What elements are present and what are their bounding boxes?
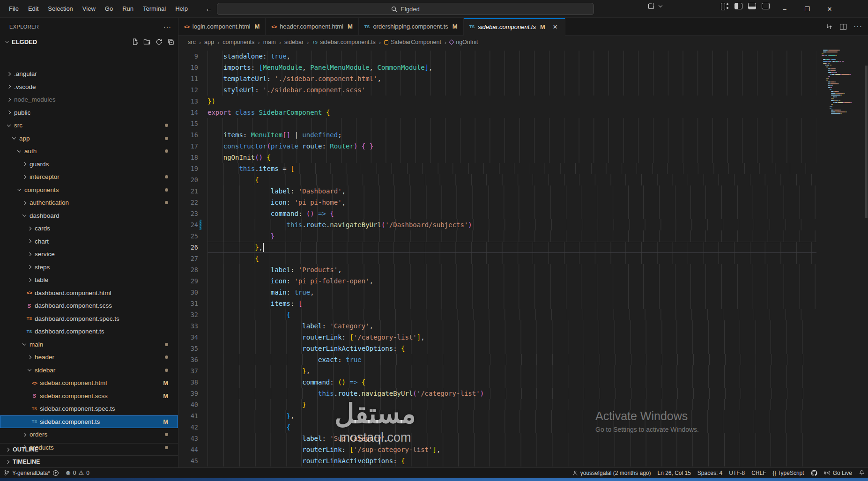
breadcrumb-item[interactable]: ngOnInit [450,39,478,45]
timeline-section[interactable]: TIMELINE [0,455,178,467]
code-line-23[interactable]: 23 command: () => { [208,208,816,219]
code-line-17[interactable]: 17 constructor(private route: Router) { … [208,141,816,152]
code-line-24[interactable]: 24 this.route.navigateByUrl('/Dashboard/… [208,219,816,230]
menu-edit[interactable]: Edit [24,3,43,14]
breadcrumb-item[interactable]: main [263,39,276,45]
menu-file[interactable]: File [5,3,23,14]
code-line-9[interactable]: 9 standalone: true, [208,51,816,62]
code-line-22[interactable]: 22 icon: 'pi pi-home', [208,197,816,208]
tree-item-src[interactable]: src [0,119,178,132]
tree-item-steps[interactable]: steps [0,261,178,274]
tree-item-components[interactable]: components [0,184,178,197]
code-line-33[interactable]: 33 label: 'Category', [208,320,816,332]
tree-item-table[interactable]: table [0,274,178,287]
menu-selection[interactable]: Selection [44,3,77,14]
maximize-button[interactable]: ❐ [796,0,818,18]
breadcrumb-item[interactable]: src [188,39,196,45]
code-line-10[interactable]: 10 imports: [MenuModule, PanelMenuModule… [208,62,816,73]
github-item[interactable] [808,468,821,478]
command-center-search[interactable]: Elgded [217,3,594,15]
tree-item-service[interactable]: service [0,248,178,261]
code-line-26[interactable]: 26 }, [208,242,816,253]
toggle-sidebar-icon[interactable] [734,3,742,9]
tree-item-main[interactable]: main [0,338,178,351]
tree-item-dashboard.component.ts[interactable]: TSdashboard.component.ts [0,325,178,338]
tree-item-public[interactable]: public [0,106,178,119]
language-item[interactable]: { } TypeScript [770,468,808,478]
code-line-35[interactable]: 35 routerLinkActiveOptions: { [208,343,816,354]
code-line-34[interactable]: 34 routerLink: ['/category-list'], [208,332,816,343]
go-live-item[interactable]: Go Live [821,468,855,478]
tree-item-sidebar.component.scss[interactable]: Ssidebar.component.scssM [0,390,178,403]
tree-item-dashboard.component.scss[interactable]: Sdashboard.component.scss [0,299,178,312]
code-line-39[interactable]: 39 this.route.navigateByUrl('/category-l… [208,388,816,399]
code-line-11[interactable]: 11 templateUrl: './sidebar.component.htm… [208,73,816,84]
outline-section[interactable]: OUTLINE [0,443,178,455]
copilot-icon[interactable] [647,2,655,10]
open-changes-icon[interactable] [825,23,833,30]
code-line-16[interactable]: 16 items: MenuItem[] | undefined; [208,129,816,141]
problems-item[interactable]: ⊗ 0 ⚠ 0 [62,468,93,478]
code-line-13[interactable]: 13}) [208,96,816,107]
tree-item-node_modules[interactable]: node_modules [0,93,178,106]
tab-header.component.html[interactable]: <>header.component.htmlM [266,18,359,35]
tree-item-interceptor[interactable]: interceptor [0,170,178,184]
notifications-item[interactable] [855,468,868,478]
tree-item-authentication[interactable]: authentication [0,196,178,209]
code-line-44[interactable]: 44 routerLink: ['/sup-category-list'], [208,444,816,455]
code-line-25[interactable]: 25 } [208,230,816,242]
menu-go[interactable]: Go [101,3,117,14]
blame-item[interactable]: youssefgalal (2 months ago) [569,468,654,478]
code-line-14[interactable]: 14export class SidebarComponent { [208,107,816,118]
indentation-item[interactable]: Spaces: 4 [694,468,726,478]
code-line-42[interactable]: 42 { [208,422,816,433]
breadcrumb-item[interactable]: SidebarComponent [384,39,441,45]
menu-run[interactable]: Run [118,3,138,14]
chevron-down-icon[interactable] [659,3,662,7]
nav-back-icon[interactable]: ← [205,5,213,13]
code-line-12[interactable]: 12 styleUrl: './sidebar.component.scss' [208,84,816,96]
close-tab-icon[interactable]: ✕ [551,23,559,30]
tree-item-app[interactable]: app [0,132,178,145]
tree-item-sidebar.component.spec.ts[interactable]: TSsidebar.component.spec.ts [0,402,178,415]
customize-layout-icon[interactable] [721,3,729,9]
tree-item-.angular[interactable]: .angular [0,67,178,81]
git-branch-item[interactable]: Y-generalData* [0,468,62,478]
code-line-38[interactable]: 38 command: () => { [208,377,816,388]
tree-item-guards[interactable]: guards [0,158,178,171]
tree-item-dashboard.component.html[interactable]: <>dashboard.component.html [0,287,178,300]
tree-item-sidebar[interactable]: sidebar [0,364,178,377]
code-line-27[interactable]: 27 { [208,253,816,264]
code-line-21[interactable]: 21 label: 'Dashboard', [208,185,816,197]
workspace-section-header[interactable]: ELGDED [0,36,178,48]
tree-item-cards[interactable]: cards [0,222,178,235]
tab-login.component.html[interactable]: <>login.component.htmlM [178,18,266,35]
code-line-18[interactable]: 18 ngOnInit() { [208,152,816,163]
collapse-folders-icon[interactable] [167,38,174,45]
code-line-40[interactable]: 40 } [208,399,816,410]
code-line-43[interactable]: 43 label: 'Sup Category', [208,433,816,444]
encoding-item[interactable]: UTF-8 [726,468,748,478]
split-editor-icon[interactable] [839,23,847,30]
tree-item-dashboard[interactable]: dashboard [0,209,178,222]
tree-item-auth[interactable]: auth [0,145,178,158]
minimize-button[interactable]: – [773,0,796,18]
tab-ordershipping.component.ts[interactable]: TSordershipping.component.tsM [359,18,464,35]
menu-view[interactable]: View [78,3,100,14]
editor-scrollbar[interactable] [865,66,868,218]
toggle-panel-icon[interactable] [748,3,756,9]
code-line-28[interactable]: 28 label: 'Products', [208,264,816,275]
breadcrumb-item[interactable]: TSsidebar.component.ts [312,39,375,45]
code-line-41[interactable]: 41 }, [208,410,816,422]
code-line-45[interactable]: 45 routerLinkActiveOptions: { [208,455,816,466]
tree-item-sidebar.component.html[interactable]: <>sidebar.component.htmlM [0,377,178,390]
tree-item-orders[interactable]: orders [0,428,178,441]
tab-sidebar.component.ts[interactable]: TSsidebar.component.tsM✕ [464,18,565,36]
code-line-30[interactable]: 30 main: true, [208,287,816,298]
code-line-29[interactable]: 29 icon: 'pi pi-folder-open', [208,275,816,287]
close-button[interactable]: ✕ [818,0,841,18]
code-line-31[interactable]: 31 items: [ [208,298,816,309]
cursor-position-item[interactable]: Ln 26, Col 15 [654,468,694,478]
code-line-37[interactable]: 37 }, [208,365,816,377]
tree-item-header[interactable]: header [0,351,178,364]
